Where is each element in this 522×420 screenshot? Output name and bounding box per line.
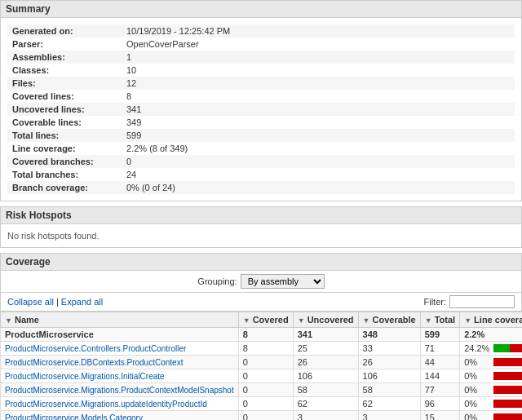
row-line-coverage: 0% [460, 356, 522, 369]
summary-value: 8 [122, 90, 515, 103]
coverage-col-header[interactable]: ▼ Uncovered [293, 312, 358, 328]
summary-value: 0 [122, 155, 515, 168]
row-covered: 0 [238, 356, 293, 369]
table-row: ProductMicroservice83413485992.2%0% [1, 328, 523, 342]
row-name-link[interactable]: ProductMicroservice.Models.Category [5, 413, 143, 420]
expand-all-link[interactable]: Expand all [61, 297, 103, 307]
row-total: 71 [420, 342, 459, 356]
row-name-link[interactable]: ProductMicroservice.Migrations.InitialCr… [5, 372, 165, 381]
row-coverable: 58 [358, 383, 420, 397]
row-uncovered: 26 [293, 356, 358, 369]
row-covered: 8 [238, 342, 293, 356]
coverage-col-header[interactable]: ▼ Coverable [358, 312, 420, 328]
summary-header: Summary [0, 0, 522, 18]
summary-table: Generated on:10/19/2019 - 12:25:42 PMPar… [7, 24, 515, 194]
summary-label: Classes: [7, 64, 122, 77]
summary-label: Uncovered lines: [7, 103, 122, 116]
row-name-link[interactable]: ProductMicroservice.Controllers.ProductC… [5, 344, 186, 353]
grouping-select[interactable]: By assembly By namespace [241, 274, 325, 289]
row-line-coverage: 0% [460, 397, 522, 411]
summary-label: Assemblies: [7, 51, 122, 64]
risk-hotspots-header: Risk Hotspots [0, 206, 522, 224]
grouping-bar: Grouping: By assembly By namespace [0, 271, 522, 293]
summary-value: 341 [122, 103, 515, 116]
row-total: 599 [420, 328, 459, 342]
summary-value: 10/19/2019 - 12:25:42 PM [122, 24, 515, 38]
no-risk-message: No risk hotspots found. [7, 231, 100, 241]
table-row: ProductMicroservice.DBContexts.ProductCo… [1, 356, 523, 369]
summary-label: Total branches: [7, 168, 122, 181]
summary-value: 0% (0 of 24) [122, 181, 515, 194]
summary-value: 1 [122, 51, 515, 64]
risk-hotspots-content: No risk hotspots found. [0, 224, 522, 248]
row-name: ProductMicroservice.Migrations.updateIde… [1, 397, 239, 411]
summary-label: Files: [7, 77, 122, 90]
row-coverable: 106 [358, 369, 420, 383]
row-coverable: 3 [358, 411, 420, 421]
table-row: ProductMicroservice.Migrations.updateIde… [1, 397, 523, 411]
coverage-col-header[interactable]: ▼ Line coverage [460, 312, 522, 328]
line-coverage-bar [493, 358, 522, 366]
row-uncovered: 25 [293, 342, 358, 356]
row-total: 77 [420, 383, 459, 397]
summary-label: Covered branches: [7, 155, 122, 168]
table-row: ProductMicroservice.Models.Category03315… [1, 411, 523, 421]
row-coverable: 348 [358, 328, 420, 342]
summary-label: Covered lines: [7, 90, 122, 103]
summary-value: 599 [122, 129, 515, 142]
line-coverage-bar [493, 344, 522, 352]
coverage-table: ▼ Name▼ Covered▼ Uncovered▼ Coverable▼ T… [0, 312, 522, 420]
line-coverage-bar [493, 372, 522, 380]
summary-label: Branch coverage: [7, 181, 122, 194]
filter-bar: Filter: [424, 295, 515, 308]
summary-value: 12 [122, 77, 515, 90]
coverage-col-header[interactable]: ▼ Name [1, 312, 239, 328]
collapse-all-link[interactable]: Collapse all [7, 297, 54, 307]
row-coverable: 33 [358, 342, 420, 356]
summary-content: Generated on:10/19/2019 - 12:25:42 PMPar… [0, 18, 522, 201]
row-line-coverage: 24.2% [460, 342, 522, 356]
row-uncovered: 341 [293, 328, 358, 342]
summary-value: OpenCoverParser [122, 38, 515, 51]
row-name: ProductMicroservice.Migrations.ProductCo… [1, 383, 239, 397]
grouping-label: Grouping: [197, 276, 237, 286]
row-uncovered: 3 [293, 411, 358, 421]
collapse-filter-bar: Collapse all | Expand all Filter: [0, 293, 522, 312]
row-covered: 0 [238, 411, 293, 421]
row-name-link[interactable]: ProductMicroservice.Migrations.updateIde… [5, 400, 207, 409]
filter-input[interactable] [449, 295, 515, 308]
summary-label: Parser: [7, 38, 122, 51]
coverage-col-header[interactable]: ▼ Total [420, 312, 459, 328]
row-covered: 8 [238, 328, 293, 342]
row-coverable: 62 [358, 397, 420, 411]
summary-label: Generated on: [7, 24, 122, 38]
row-name: ProductMicroservice [1, 328, 239, 342]
table-row: ProductMicroservice.Migrations.ProductCo… [1, 383, 523, 397]
row-name: ProductMicroservice.Migrations.InitialCr… [1, 369, 239, 383]
coverage-col-header[interactable]: ▼ Covered [238, 312, 293, 328]
summary-label: Line coverage: [7, 142, 122, 155]
row-line-coverage: 0% [460, 369, 522, 383]
row-name-link[interactable]: ProductMicroservice.Migrations.ProductCo… [5, 386, 234, 395]
row-line-coverage: 0% [460, 383, 522, 397]
row-total: 15 [420, 411, 459, 421]
row-name: ProductMicroservice.DBContexts.ProductCo… [1, 356, 239, 369]
summary-label: Total lines: [7, 129, 122, 142]
line-coverage-bar [493, 413, 522, 420]
row-name: ProductMicroservice.Models.Category [1, 411, 239, 421]
row-name: ProductMicroservice.Controllers.ProductC… [1, 342, 239, 356]
summary-label: Coverable lines: [7, 116, 122, 129]
row-total: 144 [420, 369, 459, 383]
row-name-link[interactable]: ProductMicroservice.DBContexts.ProductCo… [5, 358, 183, 367]
row-line-coverage: 0% [460, 411, 522, 421]
row-uncovered: 58 [293, 383, 358, 397]
table-row: ProductMicroservice.Controllers.ProductC… [1, 342, 523, 356]
summary-value: 24 [122, 168, 515, 181]
line-coverage-bar [493, 386, 522, 394]
row-line-coverage: 2.2% [460, 328, 522, 342]
row-coverable: 26 [358, 356, 420, 369]
collapse-links: Collapse all | Expand all [7, 297, 103, 307]
row-uncovered: 106 [293, 369, 358, 383]
row-total: 44 [420, 356, 459, 369]
summary-value: 2.2% (8 of 349) [122, 142, 515, 155]
